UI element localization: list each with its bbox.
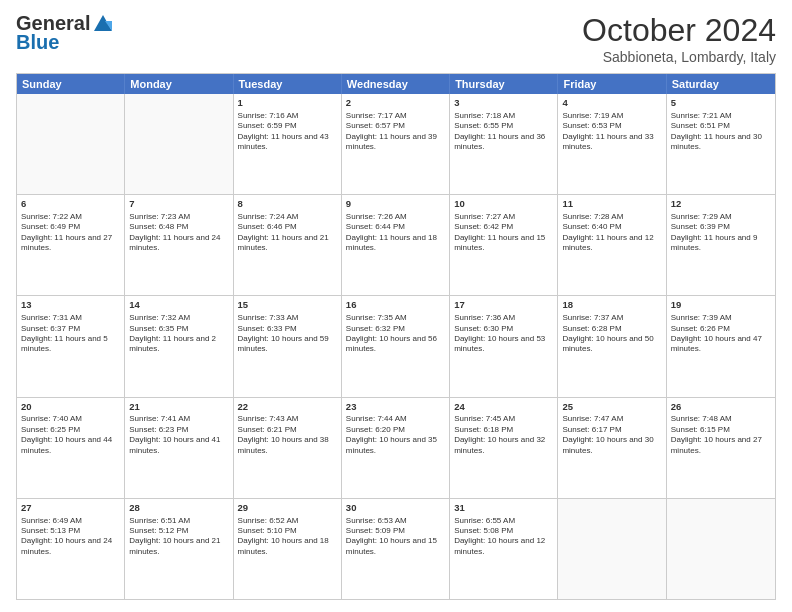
calendar-cell: 10Sunrise: 7:27 AMSunset: 6:42 PMDayligh… bbox=[450, 195, 558, 295]
day-number: 15 bbox=[238, 299, 337, 312]
day-number: 19 bbox=[671, 299, 771, 312]
location-subtitle: Sabbioneta, Lombardy, Italy bbox=[582, 49, 776, 65]
day-number: 27 bbox=[21, 502, 120, 515]
calendar-cell bbox=[125, 94, 233, 194]
day-number: 28 bbox=[129, 502, 228, 515]
calendar-cell: 6Sunrise: 7:22 AMSunset: 6:49 PMDaylight… bbox=[17, 195, 125, 295]
calendar-cell: 2Sunrise: 7:17 AMSunset: 6:57 PMDaylight… bbox=[342, 94, 450, 194]
calendar-cell: 7Sunrise: 7:23 AMSunset: 6:48 PMDaylight… bbox=[125, 195, 233, 295]
day-number: 1 bbox=[238, 97, 337, 110]
logo-blue-text: Blue bbox=[16, 31, 59, 54]
cell-details: Sunrise: 6:53 AMSunset: 5:09 PMDaylight:… bbox=[346, 516, 445, 558]
day-number: 18 bbox=[562, 299, 661, 312]
cell-details: Sunrise: 7:29 AMSunset: 6:39 PMDaylight:… bbox=[671, 212, 771, 254]
day-number: 16 bbox=[346, 299, 445, 312]
cell-details: Sunrise: 7:31 AMSunset: 6:37 PMDaylight:… bbox=[21, 313, 120, 355]
day-number: 21 bbox=[129, 401, 228, 414]
header-day-sunday: Sunday bbox=[17, 74, 125, 94]
cell-details: Sunrise: 7:28 AMSunset: 6:40 PMDaylight:… bbox=[562, 212, 661, 254]
calendar-cell: 17Sunrise: 7:36 AMSunset: 6:30 PMDayligh… bbox=[450, 296, 558, 396]
cell-details: Sunrise: 7:18 AMSunset: 6:55 PMDaylight:… bbox=[454, 111, 553, 153]
calendar-cell: 26Sunrise: 7:48 AMSunset: 6:15 PMDayligh… bbox=[667, 398, 775, 498]
day-number: 31 bbox=[454, 502, 553, 515]
cell-details: Sunrise: 7:16 AMSunset: 6:59 PMDaylight:… bbox=[238, 111, 337, 153]
calendar-week-3: 13Sunrise: 7:31 AMSunset: 6:37 PMDayligh… bbox=[17, 295, 775, 396]
cell-details: Sunrise: 7:17 AMSunset: 6:57 PMDaylight:… bbox=[346, 111, 445, 153]
day-number: 12 bbox=[671, 198, 771, 211]
day-number: 23 bbox=[346, 401, 445, 414]
day-number: 17 bbox=[454, 299, 553, 312]
cell-details: Sunrise: 7:45 AMSunset: 6:18 PMDaylight:… bbox=[454, 414, 553, 456]
calendar-cell: 25Sunrise: 7:47 AMSunset: 6:17 PMDayligh… bbox=[558, 398, 666, 498]
calendar-cell: 19Sunrise: 7:39 AMSunset: 6:26 PMDayligh… bbox=[667, 296, 775, 396]
calendar: SundayMondayTuesdayWednesdayThursdayFrid… bbox=[16, 73, 776, 600]
day-number: 7 bbox=[129, 198, 228, 211]
cell-details: Sunrise: 7:23 AMSunset: 6:48 PMDaylight:… bbox=[129, 212, 228, 254]
day-number: 11 bbox=[562, 198, 661, 211]
calendar-cell: 12Sunrise: 7:29 AMSunset: 6:39 PMDayligh… bbox=[667, 195, 775, 295]
day-number: 4 bbox=[562, 97, 661, 110]
calendar-cell bbox=[558, 499, 666, 599]
cell-details: Sunrise: 7:19 AMSunset: 6:53 PMDaylight:… bbox=[562, 111, 661, 153]
calendar-cell: 27Sunrise: 6:49 AMSunset: 5:13 PMDayligh… bbox=[17, 499, 125, 599]
header-day-monday: Monday bbox=[125, 74, 233, 94]
cell-details: Sunrise: 7:35 AMSunset: 6:32 PMDaylight:… bbox=[346, 313, 445, 355]
cell-details: Sunrise: 7:22 AMSunset: 6:49 PMDaylight:… bbox=[21, 212, 120, 254]
day-number: 6 bbox=[21, 198, 120, 211]
day-number: 10 bbox=[454, 198, 553, 211]
day-number: 30 bbox=[346, 502, 445, 515]
header: General Blue October 2024 Sabbioneta, Lo… bbox=[16, 12, 776, 65]
header-day-wednesday: Wednesday bbox=[342, 74, 450, 94]
cell-details: Sunrise: 7:36 AMSunset: 6:30 PMDaylight:… bbox=[454, 313, 553, 355]
calendar-cell: 1Sunrise: 7:16 AMSunset: 6:59 PMDaylight… bbox=[234, 94, 342, 194]
calendar-cell bbox=[667, 499, 775, 599]
calendar-cell: 20Sunrise: 7:40 AMSunset: 6:25 PMDayligh… bbox=[17, 398, 125, 498]
calendar-cell: 29Sunrise: 6:52 AMSunset: 5:10 PMDayligh… bbox=[234, 499, 342, 599]
day-number: 29 bbox=[238, 502, 337, 515]
header-day-friday: Friday bbox=[558, 74, 666, 94]
page: General Blue October 2024 Sabbioneta, Lo… bbox=[0, 0, 792, 612]
calendar-header: SundayMondayTuesdayWednesdayThursdayFrid… bbox=[17, 74, 775, 94]
cell-details: Sunrise: 7:41 AMSunset: 6:23 PMDaylight:… bbox=[129, 414, 228, 456]
calendar-cell: 28Sunrise: 6:51 AMSunset: 5:12 PMDayligh… bbox=[125, 499, 233, 599]
cell-details: Sunrise: 6:52 AMSunset: 5:10 PMDaylight:… bbox=[238, 516, 337, 558]
logo: General Blue bbox=[16, 12, 114, 54]
cell-details: Sunrise: 7:44 AMSunset: 6:20 PMDaylight:… bbox=[346, 414, 445, 456]
calendar-cell: 18Sunrise: 7:37 AMSunset: 6:28 PMDayligh… bbox=[558, 296, 666, 396]
day-number: 20 bbox=[21, 401, 120, 414]
calendar-cell bbox=[17, 94, 125, 194]
calendar-cell: 11Sunrise: 7:28 AMSunset: 6:40 PMDayligh… bbox=[558, 195, 666, 295]
day-number: 8 bbox=[238, 198, 337, 211]
day-number: 13 bbox=[21, 299, 120, 312]
calendar-cell: 31Sunrise: 6:55 AMSunset: 5:08 PMDayligh… bbox=[450, 499, 558, 599]
calendar-cell: 14Sunrise: 7:32 AMSunset: 6:35 PMDayligh… bbox=[125, 296, 233, 396]
calendar-cell: 5Sunrise: 7:21 AMSunset: 6:51 PMDaylight… bbox=[667, 94, 775, 194]
cell-details: Sunrise: 7:37 AMSunset: 6:28 PMDaylight:… bbox=[562, 313, 661, 355]
month-title: October 2024 bbox=[582, 12, 776, 49]
cell-details: Sunrise: 7:21 AMSunset: 6:51 PMDaylight:… bbox=[671, 111, 771, 153]
cell-details: Sunrise: 7:32 AMSunset: 6:35 PMDaylight:… bbox=[129, 313, 228, 355]
cell-details: Sunrise: 7:39 AMSunset: 6:26 PMDaylight:… bbox=[671, 313, 771, 355]
day-number: 3 bbox=[454, 97, 553, 110]
day-number: 24 bbox=[454, 401, 553, 414]
cell-details: Sunrise: 6:55 AMSunset: 5:08 PMDaylight:… bbox=[454, 516, 553, 558]
day-number: 22 bbox=[238, 401, 337, 414]
calendar-cell: 21Sunrise: 7:41 AMSunset: 6:23 PMDayligh… bbox=[125, 398, 233, 498]
day-number: 9 bbox=[346, 198, 445, 211]
day-number: 14 bbox=[129, 299, 228, 312]
calendar-week-2: 6Sunrise: 7:22 AMSunset: 6:49 PMDaylight… bbox=[17, 194, 775, 295]
calendar-cell: 16Sunrise: 7:35 AMSunset: 6:32 PMDayligh… bbox=[342, 296, 450, 396]
cell-details: Sunrise: 7:26 AMSunset: 6:44 PMDaylight:… bbox=[346, 212, 445, 254]
calendar-cell: 13Sunrise: 7:31 AMSunset: 6:37 PMDayligh… bbox=[17, 296, 125, 396]
day-number: 25 bbox=[562, 401, 661, 414]
day-number: 26 bbox=[671, 401, 771, 414]
cell-details: Sunrise: 6:51 AMSunset: 5:12 PMDaylight:… bbox=[129, 516, 228, 558]
calendar-week-1: 1Sunrise: 7:16 AMSunset: 6:59 PMDaylight… bbox=[17, 94, 775, 194]
cell-details: Sunrise: 7:24 AMSunset: 6:46 PMDaylight:… bbox=[238, 212, 337, 254]
cell-details: Sunrise: 6:49 AMSunset: 5:13 PMDaylight:… bbox=[21, 516, 120, 558]
calendar-cell: 24Sunrise: 7:45 AMSunset: 6:18 PMDayligh… bbox=[450, 398, 558, 498]
cell-details: Sunrise: 7:40 AMSunset: 6:25 PMDaylight:… bbox=[21, 414, 120, 456]
day-number: 5 bbox=[671, 97, 771, 110]
title-area: October 2024 Sabbioneta, Lombardy, Italy bbox=[582, 12, 776, 65]
cell-details: Sunrise: 7:27 AMSunset: 6:42 PMDaylight:… bbox=[454, 212, 553, 254]
